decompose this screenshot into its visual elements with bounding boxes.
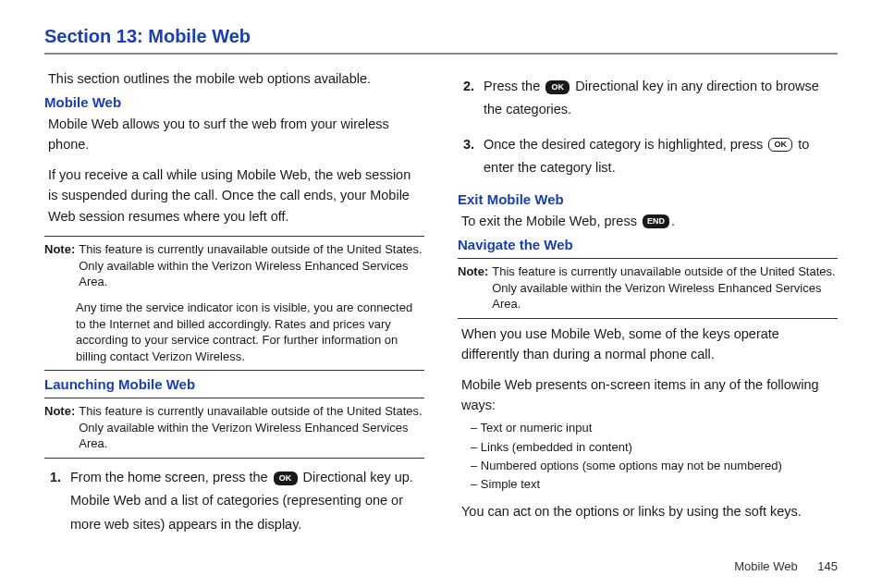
content-columns: This section outlines the mobile web opt… (44, 67, 838, 547)
heading-exit: Exit Mobile Web (458, 191, 838, 207)
text-fragment: Press the (484, 79, 544, 93)
mobile-web-p1: Mobile Web allows you to surf the web fr… (48, 114, 421, 155)
note-2: Note: This feature is currently unavaila… (44, 403, 424, 452)
steps-left: 1. From the home screen, press the OK Di… (44, 466, 424, 536)
dash-list: Text or numeric input Links (embedded in… (471, 419, 838, 494)
step-number: 2. (458, 75, 484, 122)
left-column: This section outlines the mobile web opt… (44, 67, 424, 547)
heading-launching: Launching Mobile Web (44, 376, 424, 392)
list-item: Simple text (471, 475, 838, 494)
footer-label: Mobile Web (734, 559, 797, 573)
divider (44, 458, 424, 459)
ok-key-icon: OK (274, 472, 298, 485)
note-text: This feature is currently unavailable ou… (492, 263, 838, 312)
note-label: Note: (458, 263, 488, 312)
navigate-p3: You can act on the options or links by u… (461, 501, 834, 521)
navigate-p2: Mobile Web presents on-screen items in a… (461, 374, 834, 416)
divider (44, 236, 424, 237)
step-number: 1. (44, 466, 70, 536)
note-label: Note: (44, 403, 75, 452)
heading-navigate: Navigate the Web (458, 237, 838, 252)
text-fragment: From the home screen, press the (70, 470, 272, 484)
text-fragment: . (671, 214, 675, 228)
step-1: 1. From the home screen, press the OK Di… (44, 466, 424, 536)
step-3: 3. Once the desired category is highligh… (458, 133, 838, 180)
list-item: Links (embedded in content) (471, 438, 838, 457)
note-label: Note: (44, 241, 75, 290)
step-2: 2. Press the OK Directional key in any d… (458, 75, 838, 122)
section-title: Section 13: Mobile Web (44, 26, 838, 55)
step-text: From the home screen, press the OK Direc… (70, 466, 424, 536)
ok-key-icon: OK (545, 80, 570, 94)
page-number: 145 (817, 559, 838, 573)
note-text: This feature is currently unavailable ou… (79, 241, 424, 290)
divider (44, 398, 424, 398)
exit-text: To exit the Mobile Web, press END. (461, 211, 834, 231)
divider (458, 258, 838, 259)
note-1: Note: This feature is currently unavaila… (44, 241, 424, 364)
heading-mobile-web: Mobile Web (44, 94, 424, 110)
note-3: Note: This feature is currently unavaila… (458, 263, 838, 312)
ok-key-icon: OK (768, 138, 792, 152)
list-item: Numbered options (some options may not b… (471, 457, 838, 475)
mobile-web-p2: If you receive a call while using Mobile… (48, 165, 421, 227)
text-fragment: To exit the Mobile Web, press (461, 214, 641, 228)
navigate-p1: When you use Mobile Web, some of the key… (461, 324, 834, 365)
steps-right: 2. Press the OK Directional key in any d… (458, 75, 838, 180)
end-key-icon: END (643, 214, 669, 228)
right-column: 2. Press the OK Directional key in any d… (458, 67, 838, 547)
text-fragment: Once the desired category is highlighted… (484, 137, 766, 152)
divider (458, 318, 838, 319)
note-extra: Any time the service indicator icon is v… (76, 300, 424, 364)
step-text: Once the desired category is highlighted… (484, 133, 838, 180)
step-text: Press the OK Directional key in any dire… (484, 75, 838, 122)
list-item: Text or numeric input (471, 419, 838, 437)
intro-text: This section outlines the mobile web opt… (48, 69, 424, 89)
note-text: This feature is currently unavailable ou… (79, 403, 424, 452)
step-number: 3. (458, 133, 484, 180)
page-footer: Mobile Web 145 (734, 559, 838, 573)
divider (44, 370, 424, 371)
